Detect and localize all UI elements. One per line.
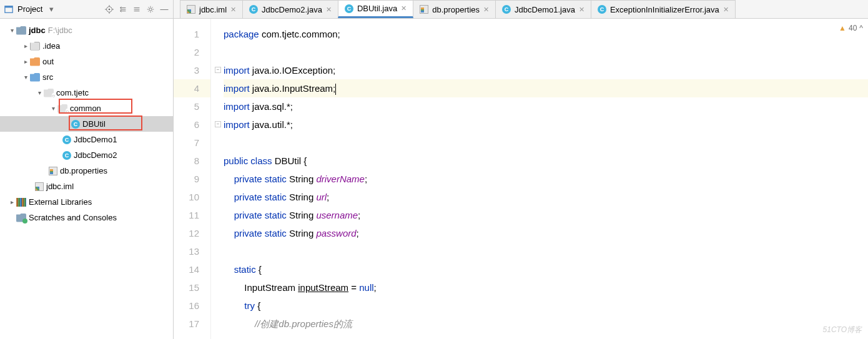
line-number: 4 (174, 79, 210, 97)
close-icon[interactable]: ✕ (483, 6, 489, 14)
tab-label: jdbc.iml (199, 5, 227, 14)
scratches-icon (16, 214, 26, 222)
main-area: ▾jdbcF:\jdbc ▸.idea ▸out ▾src ▾com.tjetc… (0, 19, 868, 339)
tree-root[interactable]: ▾jdbcF:\jdbc (0, 22, 173, 38)
close-icon[interactable]: ✕ (230, 6, 236, 14)
tree-label: common (70, 104, 101, 113)
code-line: package com.tjetc.common; (224, 25, 868, 43)
tree-label: out (42, 57, 54, 66)
code-line: private static String driverName; (224, 170, 868, 188)
chevron-down-icon[interactable]: ▾ (21, 74, 30, 81)
line-number: 2 (174, 43, 210, 61)
iml-file-icon (35, 182, 44, 191)
locate-icon[interactable] (104, 4, 114, 14)
iml-file-icon (187, 5, 195, 14)
tree-dbutil[interactable]: DBUtil (0, 116, 173, 132)
tree-jd2[interactable]: JdbcDemo2 (0, 147, 173, 163)
tree-dbprop[interactable]: db.properties (0, 163, 173, 179)
tree-label: .idea (42, 41, 60, 51)
chevron-right-icon[interactable]: ▸ (7, 199, 16, 205)
tree-jd1[interactable]: JdbcDemo1 (0, 132, 173, 147)
dropdown-icon[interactable]: ▾ (46, 4, 56, 14)
chevron-right-icon[interactable]: ▸ (21, 58, 30, 65)
tree-common[interactable]: ▾common (0, 101, 173, 116)
line-number: 5 (174, 97, 210, 115)
watermark: 51CTO博客 (823, 325, 862, 335)
hide-icon[interactable]: — (159, 4, 169, 14)
tab-label: ExceptionInInitializerError.java (610, 5, 719, 14)
libraries-icon (16, 198, 26, 207)
line-number: 1 (174, 25, 210, 43)
package-icon (44, 89, 54, 97)
collapse-all-icon[interactable] (132, 4, 142, 14)
fold-icon[interactable]: − (215, 121, 221, 127)
warning-count: 40 (849, 24, 857, 32)
chevron-down-icon[interactable]: ▾ (35, 89, 44, 96)
close-icon[interactable]: ✕ (579, 6, 584, 14)
fold-icon[interactable]: − (215, 67, 221, 73)
code-editor[interactable]: 1 2 3 4 5 6 7 8 9 10 11 12 13 14 15 16 1… (174, 19, 868, 339)
out-folder-icon (30, 57, 40, 66)
tab-jdbcdemo1[interactable]: JdbcDemo1.java✕ (495, 0, 591, 18)
tab-exception[interactable]: ExceptionInInitializerError.java✕ (591, 0, 736, 18)
tab-label: JdbcDemo1.java (515, 5, 575, 14)
code-line: private static String password; (224, 224, 868, 242)
svg-point-8 (149, 7, 152, 10)
code-line (224, 242, 868, 260)
code-line (224, 43, 868, 61)
close-icon[interactable]: ✕ (401, 4, 407, 12)
tab-dbproperties[interactable]: db.properties✕ (413, 0, 496, 18)
close-icon[interactable]: ✕ (326, 6, 332, 14)
tree-label: db.properties (60, 166, 107, 175)
tree-label: jdbc (29, 26, 46, 35)
chevron-down-icon[interactable]: ▾ (49, 105, 57, 112)
tree-pkg[interactable]: ▾com.tjetc (0, 85, 173, 101)
src-folder-icon (30, 73, 40, 82)
tree-idea[interactable]: ▸.idea (0, 38, 173, 54)
tab-label: db.properties (432, 5, 480, 14)
inspection-status[interactable]: ▲ 40 ^ (839, 24, 863, 32)
class-file-icon (502, 5, 511, 14)
close-icon[interactable]: ✕ (723, 6, 729, 14)
tree-out[interactable]: ▸out (0, 54, 173, 69)
project-label: Project (17, 4, 42, 14)
chevron-right-icon[interactable]: ▸ (21, 42, 30, 49)
line-number: 10 (174, 188, 210, 206)
code-area[interactable]: package com.tjetc.common; −import java.i… (211, 19, 868, 339)
code-line: private static String url; (224, 188, 868, 206)
code-line: private static String username; (224, 206, 868, 224)
folder-icon (30, 42, 40, 51)
class-icon (62, 135, 71, 144)
line-number: 8 (174, 152, 210, 170)
tree-iml[interactable]: jdbc.iml (0, 179, 173, 194)
settings-icon[interactable] (145, 4, 155, 14)
tree-src[interactable]: ▾src (0, 69, 173, 85)
expand-all-icon[interactable] (118, 4, 128, 14)
tree-path: F:\jdbc (48, 26, 72, 35)
tab-jdbc-iml[interactable]: jdbc.iml✕ (180, 0, 243, 18)
tab-dbutil[interactable]: DBUtil.java✕ (338, 0, 413, 18)
chevron-down-icon[interactable]: ▾ (7, 27, 16, 34)
project-tree[interactable]: ▾jdbcF:\jdbc ▸.idea ▸out ▾src ▾com.tjetc… (0, 19, 174, 339)
line-gutter: 1 2 3 4 5 6 7 8 9 10 11 12 13 14 15 16 1… (174, 19, 211, 339)
tree-label: com.tjetc (56, 88, 89, 97)
tree-label: src (42, 72, 53, 82)
code-line: //创建db.properties的流 (224, 315, 868, 333)
properties-file-icon (420, 5, 428, 14)
code-line (224, 134, 868, 152)
tree-scratches[interactable]: Scratches and Consoles (0, 210, 173, 225)
tree-external[interactable]: ▸External Libraries (0, 194, 173, 210)
code-line-current: import java.io.InputStream; (224, 79, 868, 97)
warning-icon: ▲ (839, 24, 846, 32)
editor-tabs: jdbc.iml✕ JdbcDemo2.java✕ DBUtil.java✕ d… (174, 0, 868, 18)
class-icon (62, 151, 71, 160)
package-icon (57, 104, 67, 113)
project-view-icon[interactable] (4, 4, 14, 14)
code-line: −import java.io.IOException; (224, 61, 868, 79)
tab-jdbcdemo2[interactable]: JdbcDemo2.java✕ (242, 0, 338, 18)
tree-label: JdbcDemo1 (74, 135, 117, 144)
project-toolbar: Project ▾ — (0, 0, 174, 18)
chevron-up-icon[interactable]: ^ (859, 24, 863, 32)
line-number: 15 (174, 278, 210, 297)
code-line: public class DBUtil { (224, 152, 868, 170)
